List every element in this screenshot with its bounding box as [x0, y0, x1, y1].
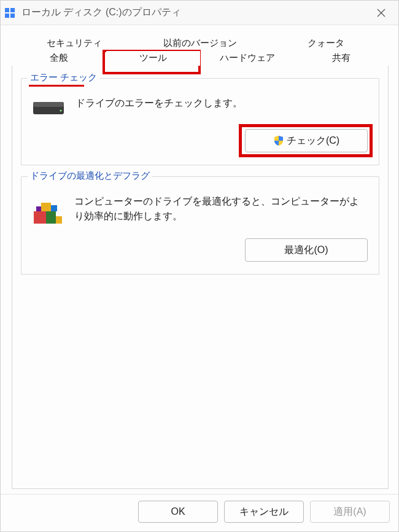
properties-dialog: ローカル ディスク (C:)のプロパティ セキュリティ 以前のバージョン クォー… [0, 0, 399, 532]
svg-rect-14 [56, 216, 62, 224]
tabs-row-1: セキュリティ 以前のバージョン クォータ [12, 36, 389, 51]
svg-point-8 [60, 109, 61, 111]
svg-rect-1 [10, 8, 15, 12]
defrag-blocks-icon [33, 195, 63, 226]
close-button[interactable] [368, 2, 395, 24]
tabs-row-2: 全般 ツール ハードウェア 共有 [12, 51, 389, 66]
tab-general[interactable]: 全般 [12, 51, 106, 66]
drive-icon [33, 98, 64, 117]
tab-previous-versions[interactable]: 以前のバージョン [138, 36, 263, 51]
dialog-button-bar: OK キャンセル 適用(A) [1, 494, 398, 531]
ok-button[interactable]: OK [138, 501, 218, 523]
group-optimize-defrag: ドライブの最適化とデフラグ コンピューターのドライブを最適化すると、コンピュータ… [21, 176, 379, 275]
annotation-legend-underline [29, 85, 84, 87]
error-check-description: ドライブのエラーをチェックします。 [76, 96, 368, 111]
tab-security[interactable]: セキュリティ [12, 36, 138, 51]
close-icon [377, 9, 385, 17]
window-title: ローカル ディスク (C:)のプロパティ [21, 6, 368, 19]
optimize-button[interactable]: 最適化(O) [245, 238, 368, 262]
group-error-checking: エラー チェック ドライブのエラーをチェックします。 [21, 78, 379, 165]
svg-rect-13 [36, 206, 41, 211]
shield-icon [273, 135, 284, 146]
check-button-label: チェック(C) [287, 135, 339, 147]
svg-rect-11 [41, 203, 51, 211]
tab-tools[interactable]: ツール [106, 51, 201, 66]
tab-hardware[interactable]: ハードウェア [200, 51, 295, 66]
dialog-content: セキュリティ 以前のバージョン クォータ 全般 ツール ハードウェア 共有 エラ… [1, 25, 398, 494]
app-icon [4, 7, 15, 18]
svg-rect-10 [46, 211, 56, 224]
svg-rect-12 [51, 205, 57, 211]
svg-rect-3 [10, 14, 15, 18]
check-button[interactable]: チェック(C) [245, 129, 368, 152]
defrag-description: コンピューターのドライブを最適化すると、コンピューターがより効率的に動作します。 [74, 194, 368, 224]
titlebar: ローカル ディスク (C:)のプロパティ [1, 1, 398, 25]
svg-rect-2 [5, 14, 9, 18]
tab-panel-tools: エラー チェック ドライブのエラーをチェックします。 [12, 65, 389, 489]
apply-button[interactable]: 適用(A) [310, 501, 390, 523]
optimize-button-label: 最適化(O) [284, 244, 328, 257]
tab-sharing[interactable]: 共有 [295, 51, 389, 66]
svg-rect-7 [33, 102, 64, 107]
svg-rect-9 [34, 211, 46, 224]
tab-quota[interactable]: クォータ [263, 36, 389, 51]
svg-rect-0 [5, 8, 9, 12]
group-legend-defrag: ドライブの最適化とデフラグ [28, 170, 152, 182]
group-legend-error-checking: エラー チェック [28, 72, 99, 84]
cancel-button[interactable]: キャンセル [224, 501, 304, 523]
